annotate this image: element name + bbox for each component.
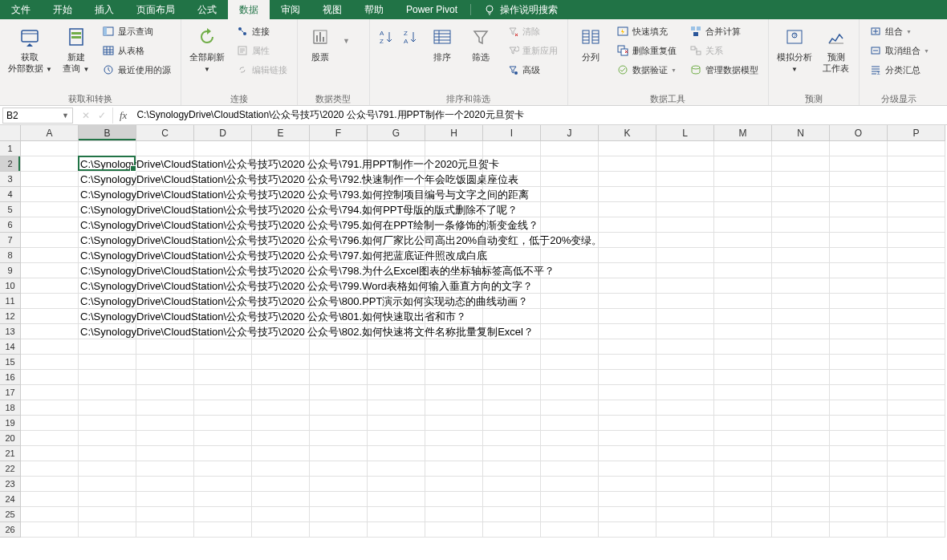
cell-P7[interactable] bbox=[888, 233, 945, 248]
cell-C20[interactable] bbox=[136, 431, 194, 446]
cell-M18[interactable] bbox=[714, 400, 772, 416]
cell-D14[interactable] bbox=[194, 339, 252, 355]
cell-H23[interactable] bbox=[425, 477, 483, 492]
cell-B2[interactable]: C:\SynologyDrive\CloudStation\公众号技巧\2020… bbox=[79, 156, 136, 172]
row-header-19[interactable]: 19 bbox=[0, 416, 21, 431]
cell-I19[interactable] bbox=[483, 416, 541, 431]
row-header-26[interactable]: 26 bbox=[0, 522, 21, 538]
row-header-11[interactable]: 11 bbox=[0, 294, 21, 309]
row-header-23[interactable]: 23 bbox=[0, 477, 21, 492]
cell-H16[interactable] bbox=[425, 370, 483, 385]
row-header-25[interactable]: 25 bbox=[0, 507, 21, 522]
cell-N21[interactable] bbox=[772, 446, 830, 461]
tab-审阅[interactable]: 审阅 bbox=[270, 0, 311, 19]
cell-P13[interactable] bbox=[888, 324, 945, 339]
reapply-button[interactable]: 重新应用 bbox=[503, 42, 561, 59]
cell-B6[interactable]: C:\SynologyDrive\CloudStation\公众号技巧\2020… bbox=[79, 217, 136, 233]
row-header-4[interactable]: 4 bbox=[0, 187, 21, 202]
cell-K6[interactable] bbox=[599, 217, 656, 233]
cell-N7[interactable] bbox=[772, 233, 830, 248]
cell-M12[interactable] bbox=[714, 309, 772, 324]
cell-L10[interactable] bbox=[656, 278, 714, 294]
cell-B20[interactable] bbox=[79, 431, 136, 446]
cell-J17[interactable] bbox=[541, 385, 599, 400]
cell-E22[interactable] bbox=[252, 461, 310, 477]
cell-M10[interactable] bbox=[714, 278, 772, 294]
cell-H15[interactable] bbox=[425, 355, 483, 370]
cell-P3[interactable] bbox=[888, 172, 945, 187]
cell-B24[interactable] bbox=[79, 492, 136, 507]
cell-A7[interactable] bbox=[21, 233, 79, 248]
cell-P4[interactable] bbox=[888, 187, 945, 202]
cell-B25[interactable] bbox=[79, 507, 136, 522]
cell-B14[interactable] bbox=[79, 339, 136, 355]
cell-I16[interactable] bbox=[483, 370, 541, 385]
col-header-F[interactable]: F bbox=[310, 125, 368, 141]
cell-N6[interactable] bbox=[772, 217, 830, 233]
cell-P10[interactable] bbox=[888, 278, 945, 294]
col-header-B[interactable]: B bbox=[79, 125, 136, 141]
cell-D18[interactable] bbox=[194, 400, 252, 416]
cell-E19[interactable] bbox=[252, 416, 310, 431]
cell-E17[interactable] bbox=[252, 385, 310, 400]
cell-F16[interactable] bbox=[310, 370, 368, 385]
cell-G17[interactable] bbox=[368, 385, 425, 400]
cell-M20[interactable] bbox=[714, 431, 772, 446]
cell-K5[interactable] bbox=[599, 202, 656, 217]
cell-N2[interactable] bbox=[772, 156, 830, 172]
cell-C26[interactable] bbox=[136, 522, 194, 538]
cell-J25[interactable] bbox=[541, 507, 599, 522]
cell-O25[interactable] bbox=[830, 507, 888, 522]
cell-B15[interactable] bbox=[79, 355, 136, 370]
cell-D24[interactable] bbox=[194, 492, 252, 507]
cell-A6[interactable] bbox=[21, 217, 79, 233]
cell-B8[interactable]: C:\SynologyDrive\CloudStation\公众号技巧\2020… bbox=[79, 248, 136, 263]
row-header-14[interactable]: 14 bbox=[0, 339, 21, 355]
chevron-down-icon[interactable]: ▼ bbox=[62, 112, 69, 120]
cell-H1[interactable] bbox=[425, 141, 483, 156]
connections-button[interactable]: 连接 bbox=[233, 22, 291, 40]
cell-A4[interactable] bbox=[21, 187, 79, 202]
col-header-C[interactable]: C bbox=[136, 125, 194, 141]
cell-B16[interactable] bbox=[79, 370, 136, 385]
cell-L5[interactable] bbox=[656, 202, 714, 217]
cell-N10[interactable] bbox=[772, 278, 830, 294]
clear-filter-button[interactable]: 清除 bbox=[503, 22, 561, 40]
ungroup-button[interactable]: 取消组合 ▼ bbox=[866, 42, 933, 59]
cell-H21[interactable] bbox=[425, 446, 483, 461]
row-header-18[interactable]: 18 bbox=[0, 400, 21, 416]
cell-K23[interactable] bbox=[599, 477, 656, 492]
cell-P20[interactable] bbox=[888, 431, 945, 446]
relationships-button[interactable]: 关系 bbox=[686, 42, 762, 59]
cell-D26[interactable] bbox=[194, 522, 252, 538]
cell-L1[interactable] bbox=[656, 141, 714, 156]
cell-M24[interactable] bbox=[714, 492, 772, 507]
cell-L22[interactable] bbox=[656, 461, 714, 477]
cell-A11[interactable] bbox=[21, 294, 79, 309]
row-header-3[interactable]: 3 bbox=[0, 172, 21, 187]
cell-D16[interactable] bbox=[194, 370, 252, 385]
cell-K15[interactable] bbox=[599, 355, 656, 370]
cell-J6[interactable] bbox=[541, 217, 599, 233]
row-header-2[interactable]: 2 bbox=[0, 156, 21, 172]
sort-desc-button[interactable]: ZA bbox=[399, 21, 421, 53]
cell-J23[interactable] bbox=[541, 477, 599, 492]
tab-公式[interactable]: 公式 bbox=[186, 0, 228, 19]
cell-P9[interactable] bbox=[888, 263, 945, 278]
cell-A3[interactable] bbox=[21, 172, 79, 187]
cell-K13[interactable] bbox=[599, 324, 656, 339]
tell-me-search[interactable]: 操作说明搜索 bbox=[479, 3, 558, 17]
cell-M14[interactable] bbox=[714, 339, 772, 355]
cell-M15[interactable] bbox=[714, 355, 772, 370]
cell-A8[interactable] bbox=[21, 248, 79, 263]
cell-L8[interactable] bbox=[656, 248, 714, 263]
cell-E26[interactable] bbox=[252, 522, 310, 538]
cell-P21[interactable] bbox=[888, 446, 945, 461]
cell-O13[interactable] bbox=[830, 324, 888, 339]
cell-P2[interactable] bbox=[888, 156, 945, 172]
cell-E16[interactable] bbox=[252, 370, 310, 385]
cell-E20[interactable] bbox=[252, 431, 310, 446]
row-header-15[interactable]: 15 bbox=[0, 355, 21, 370]
cell-K26[interactable] bbox=[599, 522, 656, 538]
cell-M2[interactable] bbox=[714, 156, 772, 172]
